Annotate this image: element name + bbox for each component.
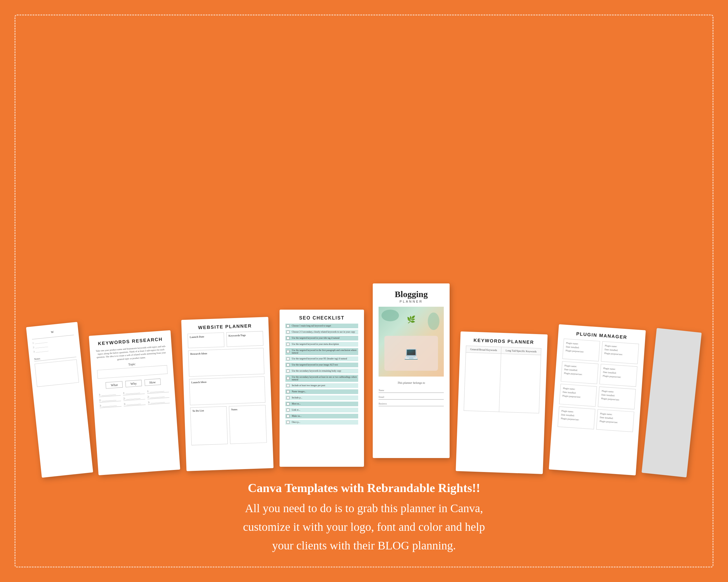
bottom-line2: All you need to do is to grab this plann…	[243, 499, 485, 518]
partial-card-right	[642, 328, 702, 477]
wp-launch-ideas: Launch Ideas	[189, 376, 266, 405]
pm-cell-4: Plugin name: Date installed: Plugin purp…	[559, 384, 597, 407]
wp-notes-row: To Do List Notes	[190, 405, 267, 445]
wp-row-research: Research Ideas	[188, 348, 264, 377]
seo-checkbox-10[interactable]	[287, 390, 289, 393]
pm-cell-5: Plugin name: Date installed: Plugin purp…	[598, 386, 636, 410]
seo-checkbox-14[interactable]	[287, 415, 289, 418]
seo-checkbox-3[interactable]	[287, 343, 289, 346]
seo-items-list: Choose 1 main long tail keyword to targe…	[285, 324, 358, 424]
seo-item-8: Use the secondary keywords at least in o…	[285, 375, 358, 382]
seo-title: SEO CHECKLIST	[285, 315, 358, 321]
pm-cell-3: Plugin name: Date installed: Plugin purp…	[600, 364, 638, 387]
bp-business-field: Business	[379, 403, 444, 406]
kp-col2-body	[499, 354, 541, 413]
seo-checkbox-11[interactable]	[287, 396, 289, 399]
blogging-planner-card: Blogging PLANNER 💻 🌿 This planner belong…	[373, 283, 450, 458]
seo-item-5: Use the targeted keyword in your H1 (hea…	[285, 357, 358, 361]
seo-item-6: Use the targeted keyword in your image A…	[285, 363, 358, 367]
wp-research-ideas: Research Ideas	[188, 348, 264, 377]
seo-checkbox-4[interactable]	[287, 350, 289, 353]
website-planner-title: WEBSITE PLANNER	[187, 323, 263, 331]
pm-cell-2: Plugin name: Date installed: Plugin purp…	[561, 361, 599, 384]
pm-cell-0: Plugin name: Date installed: Plugin purp…	[562, 338, 600, 361]
seo-checkbox-13[interactable]	[287, 409, 289, 412]
what-button[interactable]: What	[106, 381, 123, 388]
seo-checklist-card: SEO CHECKLIST Choose 1 main long tail ke…	[280, 310, 364, 467]
wp-keywords-tags: Keywords/Tags	[227, 331, 263, 347]
seo-item-15: Once p...	[285, 420, 358, 424]
how-button[interactable]: How	[144, 378, 161, 386]
wp-row-launch-ideas: Launch Ideas	[189, 376, 266, 405]
seo-checkbox-0[interactable]	[287, 325, 289, 327]
seo-item-2: Use the targeted keyword in your title t…	[285, 336, 358, 340]
seo-checkbox-2[interactable]	[287, 337, 289, 340]
pm-cell-1: Plugin name: Date installed: Plugin purp…	[601, 341, 639, 364]
seo-item-4: Use the targeted keyword in the first pa…	[285, 348, 358, 355]
seo-item-12: Meet m...	[285, 401, 358, 406]
kp-table: General/Broad Keywords Long Tail/Specifi…	[464, 345, 541, 413]
kw-col-1: 1: ___________ 2: ___________ 3: _______…	[99, 392, 122, 410]
bp-subtitle: PLANNER	[379, 300, 444, 303]
bp-email-field: Email	[379, 396, 444, 399]
seo-item-3: Use the targeted keyword in your meta de…	[285, 342, 358, 347]
kw-columns: 1: ___________ 2: ___________ 3: _______…	[99, 388, 170, 410]
why-button[interactable]: Why	[125, 380, 142, 387]
bp-belongs-text: This planner belongs to	[379, 381, 444, 384]
seo-item-0: Choose 1 main long tail keyword to targe…	[285, 324, 358, 328]
seo-item-14: Make su...	[285, 414, 358, 418]
bottom-line1: Canva Templates with Rebrandable Rights!…	[243, 478, 485, 498]
seo-checkbox-9[interactable]	[287, 384, 289, 387]
seo-item-13: Link re...	[285, 408, 358, 412]
kw-research-subtitle: Take one your product name and brainstor…	[96, 344, 166, 362]
kw-planner-title: KEYWORDS PLANNER	[466, 337, 542, 345]
keywords-planner-card: KEYWORDS PLANNER General/Broad Keywords …	[456, 331, 547, 474]
seo-checkbox-1[interactable]	[287, 331, 289, 333]
bottom-line4: your clients with their BLOG planning.	[243, 536, 485, 555]
bp-cover-image: 💻 🌿	[379, 307, 444, 377]
seo-checkbox-15[interactable]	[287, 421, 289, 424]
kw-col-2: 1: ___________ 2: ___________ 3: _______…	[123, 390, 146, 408]
seo-item-9: Include at least two images per post	[285, 383, 358, 388]
wp-row-launch: Launch Date Keywords/Tags	[187, 331, 263, 348]
pm-grid: Plugin name: Date installed: Plugin purp…	[557, 338, 639, 432]
seo-checkbox-5[interactable]	[287, 357, 289, 360]
bottom-text-area: Canva Templates with Rebrandable Rights!…	[243, 475, 485, 555]
seo-checkbox-7[interactable]	[287, 369, 289, 372]
bp-name-field: Name	[379, 389, 444, 393]
seo-item-1: Choose 2-3 secondary, closely related ke…	[285, 330, 358, 334]
seo-checkbox-6[interactable]	[287, 363, 289, 366]
website-planner-card: WEBSITE PLANNER Launch Date Keywords/Tag…	[181, 317, 274, 471]
outer-container: W 1: ___________ 2: ___________ 3: _____…	[15, 15, 713, 567]
wp-todo-list: To Do List	[190, 406, 228, 445]
pm-cell-7: Plugin name: Date installed: Plugin purp…	[596, 409, 634, 432]
kw-col-3: 1: ___________ 2: ___________ 3: _______…	[147, 388, 170, 406]
plugin-manager-card: PLUGIN MANAGER Plugin name: Date install…	[549, 324, 646, 475]
documents-area: W 1: ___________ 2: ___________ 3: _____…	[33, 27, 695, 475]
seo-item-7: Use the secondary keywords in remaining …	[285, 369, 358, 373]
kw-buttons-row: What Why How	[98, 378, 168, 389]
kp-col1-body	[464, 352, 501, 412]
wp-notes: Notes	[229, 405, 267, 444]
seo-item-10: Name images...	[285, 389, 358, 394]
bp-title: Blogging	[379, 289, 444, 299]
keywords-research-card: KEYWORDS RESEARCH Take one your product …	[89, 330, 180, 475]
partial-card-left: W 1: ___________ 2: ___________ 3: _____…	[26, 322, 93, 478]
seo-checkbox-8[interactable]	[287, 377, 289, 380]
seo-item-11: Include p...	[285, 395, 358, 400]
wp-launch-date: Launch Date	[187, 332, 225, 348]
kw-research-title: KEYWORDS RESEARCH	[95, 336, 165, 347]
pm-cell-6: Plugin name: Date installed: Plugin purp…	[557, 407, 596, 429]
seo-checkbox-12[interactable]	[287, 403, 289, 405]
bottom-line3: customize it with your logo, font and co…	[243, 518, 485, 536]
